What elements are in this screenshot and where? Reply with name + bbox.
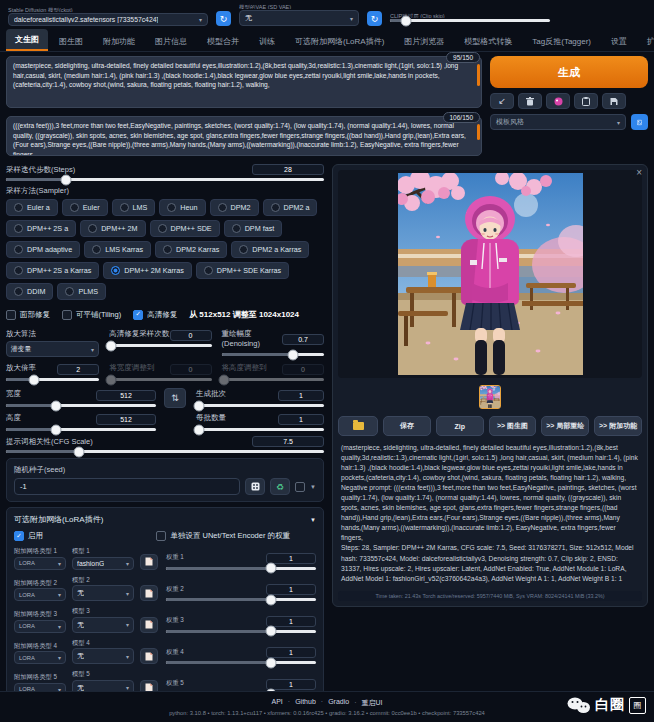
clear-prompt-button[interactable] (518, 93, 542, 109)
slider-handle[interactable] (74, 446, 85, 457)
lora-weight-input[interactable]: 1 (266, 584, 316, 595)
upscale-by-input[interactable]: 2 (57, 364, 99, 375)
lora-weight-input[interactable]: 1 (266, 553, 316, 564)
tab[interactable]: 文生图 (6, 29, 48, 51)
gallery-thumbnail[interactable] (479, 385, 501, 409)
lora-type-dropdown[interactable]: LoRA ▾ (14, 557, 66, 570)
tab[interactable]: 模型格式转换 (455, 31, 521, 51)
slider-handle[interactable] (106, 374, 117, 385)
hires-steps-slider[interactable] (109, 344, 211, 347)
lora-model-info-button[interactable] (140, 554, 158, 570)
send-to-img2img-button[interactable]: >> 图生图 (489, 416, 537, 436)
batch-size-slider[interactable] (196, 428, 324, 431)
restore-faces-checkbox[interactable]: 面部修复 (6, 310, 50, 320)
sampler-option[interactable]: DPM++ SDE Karras (196, 262, 289, 279)
sampler-option[interactable]: DPM2 a (263, 199, 318, 216)
cfg-input[interactable]: 7.5 (252, 436, 324, 447)
hires-steps-input[interactable]: 0 (170, 330, 212, 341)
resize-width-slider[interactable] (109, 378, 211, 381)
lora-model-info-button[interactable] (140, 648, 158, 664)
sampler-option[interactable]: DPM2 (210, 199, 259, 216)
resize-width-input[interactable]: 0 (170, 364, 212, 375)
tiling-checkbox[interactable]: 可平铺(Tiling) (62, 310, 121, 320)
sampler-option[interactable]: DPM adaptive (6, 241, 80, 258)
slider-handle[interactable] (218, 374, 229, 385)
sampler-option[interactable]: Euler a (6, 199, 58, 216)
send-to-extras-button[interactable]: >> 附加功能 (594, 416, 642, 436)
slider-handle[interactable] (61, 174, 72, 185)
reuse-seed-button[interactable]: ♻ (270, 478, 290, 495)
swap-dimensions-button[interactable]: ⇅ (164, 388, 186, 408)
sampler-option[interactable]: DPM++ 2S a (6, 220, 76, 237)
batch-size-input[interactable]: 1 (278, 414, 324, 425)
lora-model-info-button[interactable] (140, 617, 158, 633)
lora-model-dropdown[interactable]: fashionG ▾ (72, 557, 134, 570)
lora-weight-input[interactable]: 1 (266, 616, 316, 627)
seed-input[interactable]: -1 (14, 478, 240, 495)
slider-handle[interactable] (266, 594, 277, 605)
slider-handle[interactable] (28, 374, 39, 385)
tab[interactable]: 模型合并 (198, 31, 248, 51)
width-slider[interactable] (6, 404, 156, 407)
negative-prompt-scrollbar[interactable] (477, 124, 480, 140)
refresh-checkpoint-button[interactable]: ↻ (216, 11, 231, 26)
open-folder-button[interactable] (338, 416, 378, 436)
slider-handle[interactable] (266, 626, 277, 637)
save-button[interactable]: 保存 (383, 416, 431, 436)
upscaler-dropdown[interactable]: 潜变量 ▾ (6, 341, 99, 357)
batch-count-input[interactable]: 1 (278, 390, 324, 401)
lora-type-dropdown[interactable]: LoRA ▾ (14, 651, 66, 664)
generate-button[interactable]: 生成 (490, 56, 648, 88)
extra-seed-checkbox[interactable] (295, 482, 305, 492)
slider-handle[interactable] (50, 400, 61, 411)
lora-model-dropdown[interactable]: 无 ▾ (72, 648, 134, 664)
sampler-option[interactable]: LMS (112, 199, 156, 216)
slider-handle[interactable] (266, 563, 277, 574)
clip-skip-slider[interactable] (390, 19, 550, 22)
tab[interactable]: 扩展 (638, 31, 654, 51)
slider-handle[interactable] (288, 349, 299, 360)
steps-input[interactable]: 28 (252, 164, 324, 175)
footer-link[interactable]: 重启UI (349, 698, 382, 708)
height-input[interactable]: 512 (96, 414, 156, 425)
sampler-option[interactable]: DPM fast (224, 220, 283, 237)
slider-handle[interactable] (50, 424, 61, 435)
paste-params-button[interactable]: ↙ (490, 93, 514, 109)
resize-height-slider[interactable] (222, 378, 324, 381)
steps-slider[interactable] (6, 178, 324, 181)
sampler-option[interactable]: PLMS (57, 283, 106, 300)
sampler-option[interactable]: DPM2 a Karras (231, 241, 309, 258)
slider-handle[interactable] (401, 15, 412, 26)
sampler-option[interactable]: Euler (62, 199, 108, 216)
width-input[interactable]: 512 (96, 390, 156, 401)
denoising-slider[interactable] (222, 353, 324, 356)
sampler-option[interactable]: Heun (159, 199, 205, 216)
tab[interactable]: 可选附加网络(LoRA插件) (286, 31, 393, 51)
lora-model-dropdown[interactable]: 无 ▾ (72, 617, 134, 633)
sampler-option[interactable]: DPM++ 2S a Karras (6, 262, 99, 279)
sampler-option[interactable]: DPM2 Karras (155, 241, 227, 258)
slider-handle[interactable] (106, 340, 117, 351)
lora-weight-input[interactable]: 1 (266, 647, 316, 658)
sampler-option[interactable]: DPM++ SDE (150, 220, 220, 237)
cfg-slider[interactable] (6, 450, 324, 453)
sampler-option[interactable]: DPM++ 2M (80, 220, 145, 237)
style-dropdown[interactable]: 模板风格 ▾ (490, 114, 626, 130)
lora-weight-slider[interactable] (166, 630, 316, 633)
send-to-inpaint-button[interactable]: >> 局部重绘 (541, 416, 589, 436)
height-slider[interactable] (6, 428, 156, 431)
prompt-scrollbar[interactable] (477, 64, 480, 86)
denoising-input[interactable]: 0.7 (282, 334, 324, 345)
refresh-styles-button[interactable] (631, 114, 648, 130)
save-style-button[interactable] (602, 93, 626, 109)
random-seed-button[interactable] (245, 478, 265, 495)
checkpoint-dropdown[interactable]: dalceforealistictallyv2.safetensors [733… (8, 13, 208, 26)
refresh-vae-button[interactable]: ↻ (367, 11, 382, 26)
footer-link[interactable]: Gradio (316, 698, 349, 708)
zip-button[interactable]: Zip (436, 416, 484, 436)
tab[interactable]: 图片信息 (146, 31, 196, 51)
lora-weight-slider[interactable] (166, 567, 316, 570)
negative-prompt-input[interactable]: (((extra feet))),3 feet,more than two fe… (6, 116, 482, 156)
apply-styles-button[interactable] (574, 93, 598, 109)
lora-separate-weights-checkbox[interactable]: 单独设置 UNet/Text Encoder 的权重 (156, 531, 290, 541)
